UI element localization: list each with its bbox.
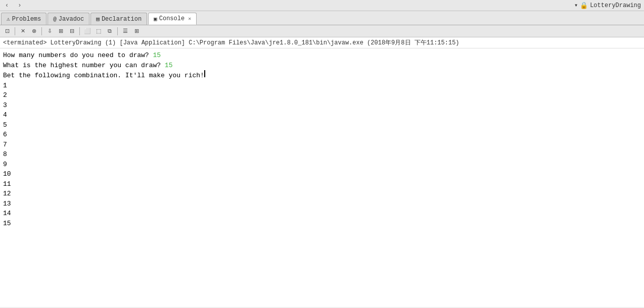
top-bar-left: ‹ › (3, 2, 23, 9)
console-line: 5 (3, 120, 641, 130)
console-line: 9 (3, 160, 641, 170)
console-line: 15 (3, 219, 641, 229)
tab-javadoc[interactable]: @Javadoc (48, 13, 89, 25)
console-text: 12 (3, 189, 11, 199)
toolbar-btn-btn7[interactable]: ⬜ (82, 26, 93, 36)
status-text: <terminated> LotteryDrawing (1) [Java Ap… (3, 39, 459, 46)
top-bar: ‹ › ▾ 🔒 LotteryDrawing (0, 0, 644, 11)
toolbar-btn-btn9[interactable]: ⧉ (105, 26, 115, 36)
console-tab-label: Console (159, 15, 185, 22)
console-text: 1 (3, 81, 7, 91)
window-title-area: ▾ 🔒 LotteryDrawing (574, 2, 641, 10)
console-tab-close[interactable]: ✕ (188, 16, 191, 22)
declaration-tab-label: Declaration (102, 16, 142, 23)
console-line: 8 (3, 149, 641, 160)
dropdown-arrow[interactable]: ▾ (574, 2, 578, 9)
console-line: 6 (3, 130, 641, 140)
tab-bar: ⚠Problems@Javadoc▤Declaration▣Console✕ (0, 11, 644, 25)
console-text: 4 (3, 110, 7, 120)
console-text: 15 (165, 61, 173, 71)
console-line: What is the highest number you can draw?… (3, 61, 641, 71)
toolbar-separator (41, 27, 42, 35)
console-output: How many numbers do you need to draw? 15… (0, 48, 644, 307)
toolbar-btn-btn3[interactable]: ⊗ (29, 26, 39, 36)
console-text: 5 (3, 120, 7, 130)
console-line: 10 (3, 169, 641, 179)
console-text: 15 (153, 50, 161, 61)
javadoc-tab-label: Javadoc (59, 16, 84, 23)
console-text: 6 (3, 130, 7, 140)
console-text: 3 (3, 100, 7, 111)
console-line: 12 (3, 189, 641, 199)
declaration-tab-icon: ▤ (96, 16, 100, 22)
console-line: 7 (3, 140, 641, 150)
console-line: 1 (3, 81, 641, 91)
console-text: Bet the following combination. It'll mak… (3, 71, 204, 81)
console-text: 8 (3, 149, 7, 160)
next-arrow[interactable]: › (16, 2, 23, 9)
console-line: 3 (3, 100, 641, 111)
console-text: 15 (3, 219, 11, 229)
window-title: LotteryDrawing (590, 2, 641, 9)
toolbar-btn-btn4[interactable]: ⇩ (44, 26, 55, 36)
console-line: 14 (3, 209, 641, 219)
problems-tab-label: Problems (12, 16, 41, 23)
toolbar-separator (79, 27, 80, 35)
toolbar-separator (15, 27, 15, 35)
console-line: 13 (3, 199, 641, 209)
toolbar-btn-btn8[interactable]: ⬚ (94, 26, 104, 36)
cursor (204, 70, 205, 77)
toolbar-btn-btn6[interactable]: ⊟ (67, 26, 77, 36)
status-line: <terminated> LotteryDrawing (1) [Java Ap… (0, 37, 644, 48)
toolbar-btn-btn2[interactable]: ✕ (18, 26, 28, 36)
console-line: 11 (3, 179, 641, 189)
console-text: 7 (3, 140, 7, 150)
console-line: 4 (3, 110, 641, 120)
tab-problems[interactable]: ⚠Problems (1, 13, 47, 25)
tab-console[interactable]: ▣Console✕ (148, 13, 197, 25)
toolbar-btn-btn11[interactable]: ⊞ (131, 26, 142, 36)
console-text: 14 (3, 209, 11, 219)
console-text: 10 (3, 169, 11, 179)
javadoc-tab-icon: @ (53, 16, 57, 22)
console-line: 2 (3, 90, 641, 100)
console-text: 9 (3, 160, 7, 170)
problems-tab-icon: ⚠ (7, 16, 10, 22)
toolbar-btn-btn1[interactable]: ⊡ (2, 26, 12, 36)
toolbar-btn-btn10[interactable]: ☰ (120, 26, 130, 36)
console-text: What is the highest number you can draw? (3, 61, 165, 71)
console-text: 2 (3, 90, 7, 100)
console-toolbar: ⊡✕⊗⇩⊞⊟⬜⬚⧉☰⊞ (0, 25, 644, 37)
console-tab-icon: ▣ (154, 16, 157, 22)
toolbar-btn-btn5[interactable]: ⊞ (56, 26, 66, 36)
title-icon: 🔒 (580, 2, 588, 10)
prev-arrow[interactable]: ‹ (3, 2, 11, 9)
tab-declaration[interactable]: ▤Declaration (90, 13, 147, 25)
toolbar-separator (117, 27, 118, 35)
console-text: How many numbers do you need to draw? (3, 50, 153, 61)
console-line: Bet the following combination. It'll mak… (3, 70, 641, 81)
console-line: How many numbers do you need to draw? 15 (3, 50, 641, 61)
console-text: 11 (3, 179, 11, 189)
console-text: 13 (3, 199, 11, 209)
